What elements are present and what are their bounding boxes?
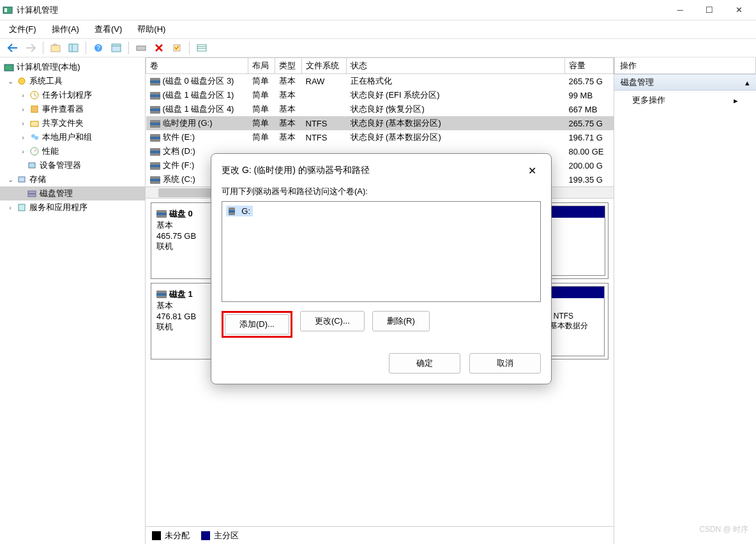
col-status[interactable]: 状态 [347,58,565,74]
remove-button[interactable]: 删除(R) [372,311,430,331]
tree-system-tools[interactable]: ⌄ 系统工具 [0,74,145,88]
watermark: CSDN @ 时序 [699,524,748,535]
svg-rect-23 [19,177,25,182]
tree-root-label: 计算机管理(本地) [17,61,80,73]
window-title: 计算机管理 [17,4,665,16]
svg-rect-18 [31,121,38,126]
ok-button[interactable]: 确定 [389,353,460,374]
expander-icon[interactable]: ⌄ [6,77,14,86]
disk-name: 磁盘 0 [169,208,193,220]
tree-label: 性能 [42,146,59,157]
refresh-icon[interactable] [133,40,149,56]
svg-rect-7 [112,44,121,52]
tree-storage[interactable]: ⌄存储 [0,172,145,186]
more-actions-label: 更多操作 [632,94,665,106]
actions-header: 操作 [614,57,756,74]
drive-list[interactable]: G: [222,201,541,302]
add-button[interactable]: 添加(D)... [225,314,289,335]
table-row[interactable]: (磁盘 1 磁盘分区 4)简单基本状态良好 (恢复分区)667 MB [146,102,614,116]
table-row[interactable]: 软件 (E:)简单基本NTFS状态良好 (基本数据分区)196.71 G [146,130,614,144]
list-view-icon[interactable] [194,40,209,56]
tree-services[interactable]: ›服务和应用程序 [0,200,145,215]
menu-bar: 文件(F) 操作(A) 查看(V) 帮助(H) [0,20,756,38]
add-button-highlight: 添加(D)... [222,311,292,338]
tree-disk-management[interactable]: 磁盘管理 [0,186,145,200]
tree-shared-folders[interactable]: ›共享文件夹 [0,116,145,130]
actions-section-label: 磁盘管理 [621,77,654,88]
dialog-close-button[interactable]: ✕ [523,162,541,179]
folder-up-icon[interactable] [48,40,63,56]
disk-icon [156,210,167,218]
svg-rect-9 [137,46,146,50]
delete-icon[interactable] [151,40,167,56]
table-row[interactable]: (磁盘 0 磁盘分区 3)简单基本RAW正在格式化265.75 G [146,74,614,89]
svg-rect-25 [28,194,36,197]
svg-point-20 [34,136,38,140]
dialog-title: 更改 G: (临时使用) 的驱动器号和路径 [222,165,370,176]
properties-icon[interactable] [109,40,124,56]
maximize-button[interactable]: ☐ [695,0,724,20]
close-button[interactable]: ✕ [724,0,753,20]
tree-label: 存储 [29,174,46,185]
minimize-button[interactable]: ─ [665,0,695,20]
tree-label: 本地用户和组 [42,132,92,143]
menu-help[interactable]: 帮助(H) [133,22,169,36]
svg-rect-17 [31,106,38,112]
svg-rect-14 [4,64,13,71]
svg-rect-24 [28,191,36,193]
action-icon[interactable] [169,40,185,56]
chevron-right-icon: ▸ [734,96,738,105]
actions-section[interactable]: 磁盘管理 ▴ [614,74,756,91]
tree-label: 事件查看器 [42,103,84,115]
forward-icon [23,40,38,56]
legend-swatch-unallocated [152,531,161,540]
help-icon[interactable]: ? [91,40,106,56]
legend-label: 未分配 [165,531,190,540]
tree-performance[interactable]: ›性能 [0,144,145,158]
tree-label: 磁盘管理 [40,188,73,199]
collapse-icon[interactable]: ▴ [745,78,750,87]
col-fs[interactable]: 文件系统 [302,58,347,74]
change-button[interactable]: 更改(C)... [300,311,365,331]
col-layout[interactable]: 布局 [248,58,275,74]
actions-panel: 操作 磁盘管理 ▴ 更多操作 ▸ [614,57,756,544]
svg-rect-11 [197,45,206,51]
col-volume[interactable]: 卷 [146,58,248,74]
tree-label: 系统工具 [29,75,63,87]
more-actions[interactable]: 更多操作 ▸ [614,91,756,110]
menu-file[interactable]: 文件(F) [5,22,40,36]
svg-point-19 [31,134,35,138]
tree-task-scheduler[interactable]: ›任务计划程序 [0,88,145,102]
svg-rect-26 [19,204,25,211]
title-bar: 计算机管理 ─ ☐ ✕ [0,0,756,20]
app-icon [3,5,13,15]
col-type[interactable]: 类型 [275,58,302,74]
tree-label: 任务计划程序 [42,89,92,101]
legend-label: 主分区 [214,531,239,540]
show-hide-tree-icon[interactable] [66,40,81,56]
cancel-button[interactable]: 取消 [469,353,541,374]
disk-icon [156,291,167,298]
tree-device-manager[interactable]: 设备管理器 [0,158,145,172]
table-row[interactable]: (磁盘 1 磁盘分区 1)简单基本状态良好 (EFI 系统分区)99 MB [146,88,614,102]
svg-rect-22 [29,163,35,168]
svg-rect-1 [4,8,7,12]
table-row[interactable]: 临时使用 (G:)简单基本NTFS状态良好 (基本数据分区)265.75 G [146,116,614,130]
menu-action[interactable]: 操作(A) [48,22,83,36]
tree-event-viewer[interactable]: ›事件查看器 [0,102,145,116]
tool-bar: ? [0,38,756,57]
disk-name: 磁盘 1 [169,289,193,300]
back-icon[interactable] [5,40,20,56]
change-drive-letter-dialog: 更改 G: (临时使用) 的驱动器号和路径 ✕ 可用下列驱动器号和路径访问这个卷… [211,153,552,384]
tree-panel[interactable]: 计算机管理(本地) ⌄ 系统工具 ›任务计划程序 ›事件查看器 ›共享文件夹 ›… [0,57,146,544]
drive-entry-label: G: [241,206,250,216]
tree-label: 服务和应用程序 [29,202,87,213]
tree-local-users[interactable]: ›本地用户和组 [0,130,145,144]
col-capacity[interactable]: 容量 [565,58,614,74]
svg-rect-2 [51,45,60,52]
svg-rect-3 [69,44,78,52]
tree-root[interactable]: 计算机管理(本地) [0,60,145,74]
legend-swatch-primary [201,531,210,540]
drive-entry[interactable]: G: [226,206,253,216]
menu-view[interactable]: 查看(V) [91,22,126,36]
